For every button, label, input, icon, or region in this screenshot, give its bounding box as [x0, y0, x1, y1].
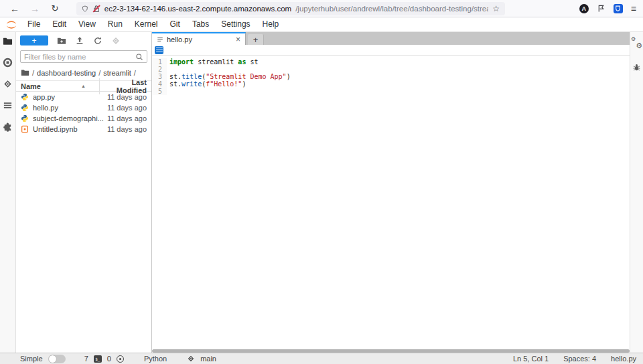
bitwarden-icon[interactable] — [614, 4, 623, 13]
text-file-icon — [157, 36, 163, 43]
property-inspector-tab-icon[interactable]: ⚙ ⚙ — [632, 39, 642, 48]
code-line[interactable]: 3st.title("Streamlit Demo App") — [152, 73, 630, 80]
browser-forward-button[interactable]: → — [27, 3, 43, 14]
tab-label: hello.py — [167, 35, 192, 43]
menu-item-settings[interactable]: Settings — [215, 17, 256, 31]
line-number: 4 — [152, 80, 167, 88]
python-file-icon — [21, 114, 29, 123]
file-name: app.py — [33, 93, 107, 101]
url-host: ec2-3-134-62-146.us-east-2.compute.amazo… — [104, 5, 291, 13]
code-lines: 1import streamlit as st2 3st.title("Stre… — [152, 58, 630, 95]
terminal-icon[interactable]: $_ — [94, 355, 102, 363]
menu-item-help[interactable]: Help — [257, 17, 285, 31]
file-filter-box[interactable] — [20, 50, 147, 63]
url-bar[interactable]: ec2-3-134-62-146.us-east-2.compute.amazo… — [76, 2, 505, 15]
refresh-button[interactable] — [93, 36, 102, 46]
file-modified: 11 days ago — [107, 114, 147, 122]
search-icon — [135, 53, 143, 61]
kernels-count[interactable]: 0 — [107, 355, 111, 363]
file-name: Untitled.ipynb — [33, 125, 107, 133]
new-tab-button[interactable]: + — [248, 34, 264, 45]
tab-hello-py[interactable]: hello.py × — [152, 32, 246, 45]
language-indicator[interactable]: Python — [144, 355, 167, 363]
python-file-icon — [21, 104, 29, 112]
python-file-icon — [21, 93, 29, 102]
code-text: st.title("Streamlit Demo App") — [167, 73, 291, 80]
file-browser-panel: + /dashboard-testing/streamlit/ Name ▲ L… — [16, 32, 152, 353]
file-row[interactable]: subject-demographi...11 days ago — [16, 113, 151, 124]
breadcrumb-segment[interactable]: streamlit — [103, 69, 131, 77]
menu-item-git[interactable]: Git — [164, 17, 186, 31]
file-modified: 11 days ago — [107, 93, 147, 101]
share-flag-icon[interactable] — [597, 4, 605, 13]
upload-button[interactable] — [75, 36, 84, 46]
code-line[interactable]: 4st.write(f"Hello!") — [152, 80, 630, 88]
running-sessions-tab-icon[interactable] — [3, 58, 13, 68]
menu-item-tabs[interactable]: Tabs — [186, 17, 215, 31]
browser-reload-button[interactable]: ↻ — [47, 3, 63, 13]
cursor-position[interactable]: Ln 5, Col 1 — [513, 355, 549, 363]
file-row[interactable]: app.py11 days ago — [16, 92, 151, 102]
new-folder-button[interactable] — [57, 36, 66, 46]
browser-menu-icon[interactable]: ≡ — [631, 3, 636, 14]
url-path: /jupyterhub/user/andrewl/lab/tree/dashbo… — [295, 5, 488, 13]
breadcrumb-separator: / — [32, 69, 34, 77]
menu-item-edit[interactable]: Edit — [46, 17, 72, 31]
breadcrumb-segments: /dashboard-testing/streamlit/ — [32, 69, 136, 77]
home-folder-icon[interactable] — [21, 68, 29, 77]
line-number: 3 — [152, 73, 167, 80]
extension-manager-tab-icon[interactable] — [3, 122, 13, 132]
code-editor[interactable]: 1import streamlit as st2 3st.title("Stre… — [152, 56, 630, 353]
editor-tabbar: hello.py × + — [152, 32, 630, 45]
line-number: 2 — [152, 66, 167, 73]
editor-dock: hello.py × + 1import streamlit as st2 3s… — [152, 32, 630, 353]
insecure-lock-icon[interactable] — [92, 5, 100, 13]
jupyter-logo-icon — [5, 19, 17, 30]
file-modified: 11 days ago — [107, 104, 147, 112]
status-bar: Simple 7 $_ 0 Python main Ln 5, Col 1 Sp… — [0, 353, 643, 364]
file-row[interactable]: hello.py11 days ago — [16, 102, 151, 113]
git-branch-name[interactable]: main — [200, 355, 216, 363]
terminals-count[interactable]: 7 — [84, 355, 88, 363]
breadcrumb-segment[interactable]: dashboard-testing — [37, 69, 96, 77]
bookmark-star-icon[interactable]: ☆ — [492, 4, 500, 13]
tracking-shield-icon[interactable] — [82, 5, 88, 13]
file-browser-tab-icon[interactable] — [3, 36, 13, 46]
tab-spaces-indicator[interactable]: Spaces: 4 — [563, 355, 596, 363]
menu-item-view[interactable]: View — [72, 17, 102, 31]
git-clone-button-disabled[interactable] — [111, 36, 121, 46]
simple-mode-toggle[interactable] — [48, 355, 66, 363]
table-of-contents-tab-icon[interactable] — [3, 100, 13, 110]
code-text — [167, 66, 173, 73]
browser-back-button[interactable]: ← — [7, 3, 23, 14]
code-text: st.write(f"Hello!") — [167, 80, 246, 88]
debugger-tab-icon[interactable] — [632, 63, 641, 72]
notebook-file-icon — [21, 125, 29, 134]
statusbar-filename: hello.py — [611, 355, 636, 363]
file-filter-input[interactable] — [24, 53, 135, 61]
code-line[interactable]: 2 — [152, 66, 630, 73]
file-name: hello.py — [33, 104, 107, 112]
menu-item-kernel[interactable]: Kernel — [129, 17, 164, 31]
extension-a-icon[interactable]: A — [579, 4, 589, 13]
markdown-preview-icon[interactable] — [155, 46, 163, 54]
file-name: subject-demographi... — [33, 114, 107, 122]
code-line[interactable]: 1import streamlit as st — [152, 58, 630, 66]
code-line[interactable]: 5 — [152, 88, 630, 95]
dock-bottom-border — [152, 349, 630, 353]
tab-close-icon[interactable]: × — [236, 35, 240, 43]
line-number: 5 — [152, 88, 167, 95]
file-modified: 11 days ago — [107, 125, 147, 133]
breadcrumb-separator: / — [134, 69, 136, 77]
new-launcher-button[interactable]: + — [20, 35, 48, 46]
column-header-modified[interactable]: Last Modified — [99, 78, 151, 94]
kernel-icon[interactable] — [117, 355, 124, 363]
menu-item-file[interactable]: File — [21, 17, 46, 31]
right-sidebar-strip: ⚙ ⚙ — [630, 32, 643, 353]
browser-toolbar: ← → ↻ ec2-3-134-62-146.us-east-2.compute… — [0, 0, 643, 17]
git-tab-icon[interactable] — [3, 79, 13, 89]
file-row[interactable]: Untitled.ipynb11 days ago — [16, 124, 151, 134]
menu-item-run[interactable]: Run — [102, 17, 129, 31]
sort-ascending-icon: ▲ — [81, 84, 86, 88]
column-header-name[interactable]: Name ▲ — [16, 82, 99, 90]
